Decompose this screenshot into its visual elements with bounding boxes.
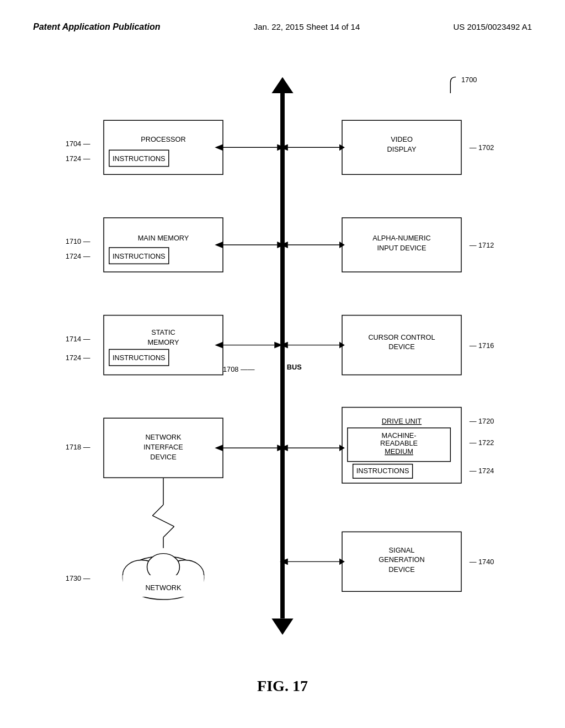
ref-1724a: 1724 —	[66, 154, 90, 163]
svg-marker-24	[215, 342, 223, 349]
alpha-numeric-label2: INPUT DEVICE	[377, 244, 426, 252]
ref-1720: — 1720	[470, 417, 494, 425]
diagram: 1700 BUS 1708 —— PROCESSOR INSTRUCTIONS …	[33, 66, 532, 662]
drive-unit-label: DRIVE UNIT	[382, 417, 422, 425]
ref-1710: 1710 —	[66, 237, 90, 245]
machine-readable-label3: MEDIUM	[385, 447, 413, 456]
static-memory-instructions: INSTRUCTIONS	[113, 354, 166, 362]
ref-1712: — 1712	[470, 241, 494, 249]
processor-label: PROCESSOR	[141, 135, 185, 143]
signal-gen-label3: DEVICE	[388, 565, 414, 574]
video-display-label2: DISPLAY	[387, 145, 417, 153]
main-memory-label: MAIN MEMORY	[138, 234, 189, 242]
network-interface-label3: DEVICE	[150, 453, 176, 461]
signal-gen-label2: GENERATION	[379, 555, 424, 564]
bus-ref: 1708 ——	[223, 365, 255, 373]
cursor-control-label1: CURSOR CONTROL	[368, 333, 435, 341]
svg-marker-1	[271, 77, 293, 93]
ref-1714: 1714 —	[66, 335, 90, 343]
machine-readable-label2: READABLE	[380, 439, 418, 447]
ref-1722: — 1722	[470, 438, 494, 447]
video-display-label1: VIDEO	[391, 135, 413, 143]
drive-unit-instructions: INSTRUCTIONS	[356, 467, 409, 475]
svg-marker-6	[215, 144, 223, 151]
network-cloud-label: NETWORK	[145, 584, 182, 592]
main-memory-instructions: INSTRUCTIONS	[113, 252, 166, 260]
signal-gen-label1: SIGNAL	[389, 546, 415, 554]
ref-1730: 1730 —	[66, 574, 90, 582]
date-sheet-label: Jan. 22, 2015 Sheet 14 of 14	[254, 22, 360, 31]
svg-marker-15	[215, 242, 223, 248]
static-memory-label2: MEMORY	[147, 338, 179, 346]
ref-1740: — 1740	[470, 558, 494, 566]
publication-label: Patent Application Publication	[33, 22, 161, 32]
ref-1700: 1700	[461, 76, 477, 84]
ref-1724b: 1724 —	[66, 252, 90, 260]
network-interface-label2: INTERFACE	[143, 443, 183, 451]
patent-number-label: US 2015/0023492 A1	[453, 22, 532, 31]
svg-marker-2	[271, 618, 293, 634]
header: Patent Application Publication Jan. 22, …	[33, 22, 532, 32]
machine-readable-label1: MACHINE-	[382, 431, 417, 440]
svg-line-42	[152, 516, 174, 527]
ref-1702: — 1702	[470, 143, 494, 152]
ref-1718: 1718 —	[66, 443, 90, 451]
ref-1724d: — 1724	[470, 467, 494, 475]
processor-instructions: INSTRUCTIONS	[113, 154, 166, 163]
ref-1716: — 1716	[470, 341, 494, 350]
network-interface-label1: NETWORK	[145, 433, 182, 441]
ref-1704: 1704 —	[66, 140, 90, 148]
page: Patent Application Publication Jan. 22, …	[0, 0, 565, 728]
svg-marker-32	[215, 445, 223, 451]
network-cloud: NETWORK	[122, 554, 204, 599]
figure-caption: FIG. 17	[257, 677, 308, 695]
alpha-numeric-label1: ALPHA-NUMERIC	[372, 234, 431, 242]
bus-label: BUS	[287, 363, 302, 371]
ref-1724c: 1724 —	[66, 354, 90, 362]
svg-line-41	[152, 505, 163, 516]
static-memory-label1: STATIC	[151, 328, 175, 336]
svg-line-43	[163, 527, 174, 538]
cursor-control-label2: DEVICE	[388, 342, 414, 351]
